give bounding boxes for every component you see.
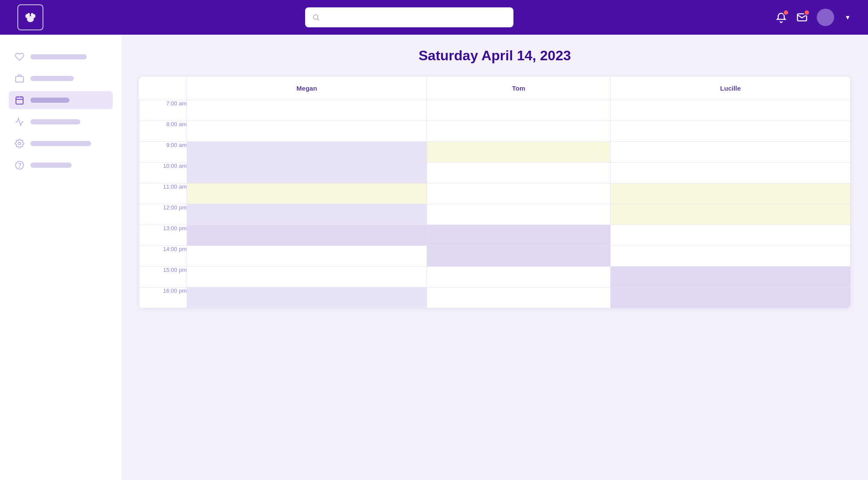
cell-lucille-2[interactable] xyxy=(611,142,851,163)
messages-button[interactable] xyxy=(796,11,808,23)
sidebar-label-help xyxy=(30,163,72,168)
search-bar xyxy=(305,7,513,27)
svg-point-13 xyxy=(18,142,21,145)
cell-megan-2[interactable] xyxy=(187,142,427,163)
time-cell: 15:00 pm xyxy=(139,267,187,287)
chart-icon xyxy=(15,117,24,127)
cell-lucille-5[interactable] xyxy=(611,204,851,225)
help-icon xyxy=(15,160,24,170)
sidebar-label-calendar xyxy=(30,98,69,103)
table-row: 12:00 pm xyxy=(139,204,851,225)
notification-badge xyxy=(783,10,789,16)
sidebar-item-briefcase[interactable] xyxy=(9,69,113,88)
avatar[interactable] xyxy=(817,9,834,26)
table-header-row: Megan Tom Lucille xyxy=(139,77,851,100)
sidebar-label-chart xyxy=(30,119,80,124)
time-cell: 10:00 am xyxy=(139,163,187,183)
heart-icon xyxy=(15,52,24,62)
cell-lucille-6[interactable] xyxy=(611,225,851,246)
main-content: Saturday April 14, 2023 Megan Tom Lucill… xyxy=(122,35,868,480)
time-header xyxy=(139,77,187,100)
cell-lucille-9[interactable] xyxy=(611,287,851,308)
cell-megan-5[interactable] xyxy=(187,204,427,225)
sidebar xyxy=(0,35,122,480)
topnav: ▼ xyxy=(0,0,868,35)
briefcase-icon xyxy=(15,74,24,83)
cell-megan-7[interactable] xyxy=(187,246,427,267)
time-cell: 13:00 pm xyxy=(139,225,187,246)
cell-tom-8[interactable] xyxy=(427,267,611,287)
cell-megan-3[interactable] xyxy=(187,163,427,183)
layout: Saturday April 14, 2023 Megan Tom Lucill… xyxy=(0,35,868,480)
time-cell: 16:00 pm xyxy=(139,287,187,308)
table-row: 13:00 pm xyxy=(139,225,851,246)
cell-tom-1[interactable] xyxy=(427,121,611,142)
cell-megan-0[interactable] xyxy=(187,100,427,121)
cell-tom-3[interactable] xyxy=(427,163,611,183)
time-cell: 7:00 am xyxy=(139,100,187,121)
table-row: 8:00 am xyxy=(139,121,851,142)
paw-icon xyxy=(23,10,38,25)
cell-tom-4[interactable] xyxy=(427,183,611,204)
cell-tom-0[interactable] xyxy=(427,100,611,121)
svg-line-6 xyxy=(317,19,319,20)
nav-icons: ▼ xyxy=(775,9,851,26)
col-header-lucille: Lucille xyxy=(611,77,851,100)
cell-tom-9[interactable] xyxy=(427,287,611,308)
svg-rect-8 xyxy=(16,76,23,82)
sidebar-label-health xyxy=(30,54,87,59)
table-row: 14:00 pm xyxy=(139,246,851,267)
sidebar-label-settings xyxy=(30,141,91,146)
cell-tom-5[interactable] xyxy=(427,204,611,225)
cell-lucille-3[interactable] xyxy=(611,163,851,183)
cell-lucille-0[interactable] xyxy=(611,100,851,121)
search-icon xyxy=(312,13,320,21)
search-wrap xyxy=(52,7,766,27)
cell-megan-6[interactable] xyxy=(187,225,427,246)
notification-button[interactable] xyxy=(775,11,787,23)
cell-megan-4[interactable] xyxy=(187,183,427,204)
col-header-tom: Tom xyxy=(427,77,611,100)
cell-lucille-1[interactable] xyxy=(611,121,851,142)
table-row: 9:00 am xyxy=(139,142,851,163)
cell-lucille-7[interactable] xyxy=(611,246,851,267)
logo[interactable] xyxy=(17,4,43,30)
cell-tom-7[interactable] xyxy=(427,246,611,267)
cell-tom-2[interactable] xyxy=(427,142,611,163)
cell-lucille-8[interactable] xyxy=(611,267,851,287)
sidebar-item-health[interactable] xyxy=(9,48,113,66)
sidebar-item-chart[interactable] xyxy=(9,113,113,131)
cell-megan-8[interactable] xyxy=(187,267,427,287)
calendar-icon xyxy=(15,95,24,105)
table-row: 7:00 am xyxy=(139,100,851,121)
time-cell: 9:00 am xyxy=(139,142,187,163)
calendar-table: Megan Tom Lucille 7:00 am8:00 am9:00 am1… xyxy=(139,77,851,308)
sidebar-item-settings[interactable] xyxy=(9,134,113,153)
search-input[interactable] xyxy=(324,13,506,21)
sidebar-label-briefcase xyxy=(30,76,74,81)
sidebar-item-help[interactable] xyxy=(9,156,113,174)
sidebar-item-calendar[interactable] xyxy=(9,91,113,109)
table-row: 10:00 am xyxy=(139,163,851,183)
svg-point-4 xyxy=(31,13,33,16)
col-header-megan: Megan xyxy=(187,77,427,100)
time-cell: 12:00 pm xyxy=(139,204,187,225)
settings-icon xyxy=(15,139,24,148)
time-cell: 14:00 pm xyxy=(139,246,187,267)
time-cell: 8:00 am xyxy=(139,121,187,142)
cell-megan-1[interactable] xyxy=(187,121,427,142)
cell-lucille-4[interactable] xyxy=(611,183,851,204)
page-title: Saturday April 14, 2023 xyxy=(139,48,851,64)
messages-badge xyxy=(804,10,810,16)
svg-point-5 xyxy=(313,15,318,20)
table-row: 11:00 am xyxy=(139,183,851,204)
table-row: 15:00 pm xyxy=(139,267,851,287)
chevron-down-icon[interactable]: ▼ xyxy=(845,14,851,21)
cell-tom-6[interactable] xyxy=(427,225,611,246)
svg-rect-9 xyxy=(16,97,23,104)
table-row: 16:00 pm xyxy=(139,287,851,308)
time-cell: 11:00 am xyxy=(139,183,187,204)
cell-megan-9[interactable] xyxy=(187,287,427,308)
svg-point-3 xyxy=(27,13,30,16)
